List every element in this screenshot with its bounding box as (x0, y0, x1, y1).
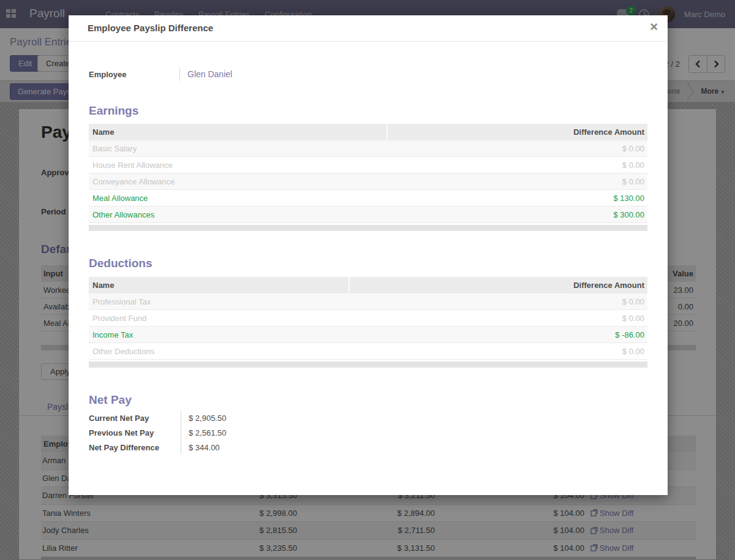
earnings-row: Other Allowances $ 300.00 (89, 206, 647, 223)
deductions-row: Professional Tax $ 0.00 (89, 293, 647, 310)
column-header-name: Name (89, 277, 350, 293)
employee-link[interactable]: Glen Daniel (179, 67, 232, 81)
employee-field-label: Employee (89, 70, 179, 79)
column-header-difference-amount: Difference Amount (388, 124, 647, 140)
column-header-difference-amount: Difference Amount (350, 277, 647, 293)
net-pay-row: Previous Net Pay $ 2,561.50 (89, 425, 647, 440)
net-pay-row: Current Net Pay $ 2,905.50 (89, 411, 647, 425)
column-header-name: Name (89, 124, 388, 140)
earnings-row: Basic Salary $ 0.00 (89, 140, 647, 157)
dialog-title: Employee Payslip Difference (88, 23, 649, 33)
table-footer-strip (89, 361, 647, 368)
deductions-table: Name Difference Amount Professional Tax … (89, 277, 647, 368)
deductions-section-title: Deductions (89, 257, 647, 270)
earnings-row: Meal Allowance $ 130.00 (89, 190, 647, 206)
close-icon[interactable]: × (650, 20, 658, 34)
net-pay-section-title: Net Pay (89, 393, 647, 407)
earnings-section-title: Earnings (89, 104, 647, 118)
earnings-table: Name Difference Amount Basic Salary $ 0.… (89, 124, 647, 231)
deductions-row: Income Tax $ -86.00 (89, 327, 647, 343)
employee-payslip-difference-dialog: Employee Payslip Difference × Employee G… (69, 15, 668, 495)
net-pay-row: Net Pay Difference $ 344.00 (89, 440, 647, 455)
deductions-row: Provident Fund $ 0.00 (89, 310, 647, 327)
table-footer-strip (89, 225, 647, 231)
dialog-header: Employee Payslip Difference × (69, 15, 668, 42)
earnings-row: Conveyance Allowance $ 0.00 (89, 173, 647, 190)
deductions-row: Other Deductions $ 0.00 (89, 343, 647, 360)
earnings-row: House Rent Allowance $ 0.00 (89, 157, 647, 173)
